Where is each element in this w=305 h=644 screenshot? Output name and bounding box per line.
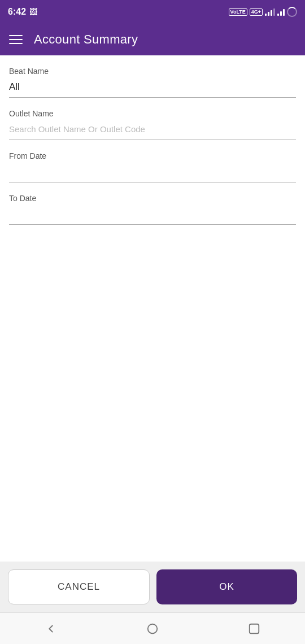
bottom-actions: CANCEL OK [0, 562, 305, 612]
main-content: Beat Name Outlet Name From Date To Date [0, 55, 305, 562]
beat-name-input[interactable] [9, 79, 296, 98]
signal-bars-icon [265, 8, 275, 16]
svg-point-0 [148, 624, 158, 633]
hamburger-menu-icon[interactable] [9, 35, 23, 44]
beat-name-label: Beat Name [9, 67, 296, 76]
cancel-button[interactable]: CANCEL [8, 569, 150, 604]
to-date-input[interactable] [9, 206, 296, 225]
ok-button[interactable]: OK [156, 569, 297, 604]
from-date-input[interactable] [9, 164, 296, 182]
outlet-name-input[interactable] [9, 121, 296, 140]
wifi-icon [277, 8, 285, 16]
nav-bar [0, 612, 305, 644]
home-button[interactable] [138, 617, 167, 640]
page-title: Account Summary [34, 32, 138, 47]
status-left: 6:42 🖼 [8, 7, 37, 17]
photo-icon: 🖼 [29, 7, 37, 16]
to-date-label: To Date [9, 194, 296, 203]
spinner-icon [287, 7, 297, 17]
volte-badge: VoLTE [229, 8, 247, 16]
outlet-name-group: Outlet Name [9, 109, 296, 140]
network-badge: 4G+ [250, 8, 263, 16]
outlet-name-label: Outlet Name [9, 109, 296, 118]
svg-rect-1 [250, 624, 259, 633]
header: Account Summary [0, 24, 305, 55]
status-time: 6:42 [8, 7, 26, 17]
recents-button[interactable] [240, 617, 268, 640]
beat-name-group: Beat Name [9, 67, 296, 98]
from-date-label: From Date [9, 151, 296, 160]
to-date-group: To Date [9, 194, 296, 225]
from-date-group: From Date [9, 151, 296, 182]
status-right: VoLTE 4G+ [229, 7, 297, 17]
status-bar: 6:42 🖼 VoLTE 4G+ [0, 0, 305, 24]
back-button[interactable] [37, 617, 65, 640]
